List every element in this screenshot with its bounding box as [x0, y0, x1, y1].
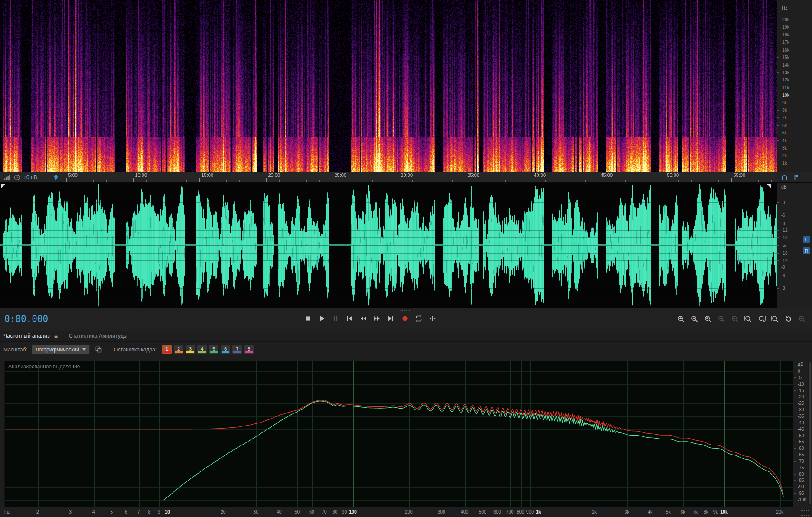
- time-ruler[interactable]: [0, 172, 777, 182]
- decibel-axis-label: -75: [798, 465, 804, 470]
- zoom-in-time-button[interactable]: [676, 314, 686, 324]
- frequency-axis-label: 7: [137, 509, 140, 514]
- fast-forward-button[interactable]: [372, 313, 382, 324]
- rewind-button[interactable]: [358, 313, 368, 324]
- decibel-axis-label: -40: [798, 420, 804, 425]
- move-next-button[interactable]: [386, 313, 396, 324]
- clear-hold-icon[interactable]: [94, 345, 104, 354]
- frequency-plot: [5, 361, 793, 507]
- frequency-tick: [777, 148, 779, 148]
- gain-readout[interactable]: +0 dB: [23, 174, 37, 180]
- frequency-axis-label: 9: [157, 509, 160, 514]
- amplitude-scale: dB -3-3-6-6-9-9-12-12-18-18-∞LR: [777, 183, 812, 308]
- hold-color-strip: [163, 351, 171, 353]
- frequency-tick: [777, 27, 779, 27]
- move-previous-button[interactable]: [344, 313, 355, 324]
- zoom-selection-in-point-button[interactable]: [744, 314, 753, 324]
- channel-l-button[interactable]: L: [803, 236, 810, 243]
- decibel-axis-label: -5: [798, 375, 802, 380]
- amplitude-tick-label: -6: [781, 213, 785, 218]
- waveform-section: dB -3-3-6-6-9-9-12-12-18-18-∞LR: [0, 183, 812, 308]
- hold-button-4[interactable]: 4: [197, 345, 207, 354]
- hold-button-3[interactable]: 3: [185, 345, 196, 354]
- pause-button[interactable]: [330, 313, 341, 324]
- hold-button-5[interactable]: 5: [209, 345, 219, 354]
- tab-label: Статистика Амплитуды: [69, 333, 127, 340]
- level-meter-icon[interactable]: [3, 174, 10, 181]
- frequency-axis-label: 5k: [666, 509, 671, 514]
- hold-button-6[interactable]: 6: [220, 345, 231, 354]
- decibel-axis-tick: [794, 429, 796, 429]
- scale-select-value: Логарифмический: [36, 347, 79, 353]
- frequency-axis-label: 10: [165, 509, 170, 514]
- amplitude-tick: [777, 260, 779, 261]
- marker-pin-icon[interactable]: [792, 173, 800, 181]
- analysis-tabs: Частотный анализ ≡ Статистика Амплитуды: [0, 331, 812, 342]
- decibel-axis-tick: [794, 403, 796, 403]
- panel-menu-icon[interactable]: ≡: [54, 333, 58, 340]
- tab-amplitude-statistics[interactable]: Статистика Амплитуды: [69, 331, 127, 341]
- amplitude-tick: [777, 253, 779, 254]
- hold-button-1[interactable]: 1: [162, 345, 172, 354]
- zoom-out-amplitude-button[interactable]: [730, 314, 740, 324]
- amplitude-tick-label: -12: [781, 228, 787, 233]
- timeline-bar: +0 dB: [0, 172, 812, 183]
- frequency-tick-label: 9k: [782, 100, 787, 105]
- snap-pin-icon[interactable]: [52, 174, 59, 181]
- decibel-axis-tick: [794, 423, 796, 423]
- frame-hold-buttons: 12345678: [162, 345, 254, 354]
- playhead-time-display[interactable]: 0:00.000: [4, 314, 48, 324]
- frequency-tick: [777, 117, 779, 118]
- loop-playback-button[interactable]: [414, 313, 424, 324]
- scrollbar-thumb[interactable]: [809, 362, 811, 504]
- channel-r-button[interactable]: R: [803, 247, 810, 254]
- record-button[interactable]: [400, 313, 410, 324]
- decibel-axis-tick: [794, 390, 796, 391]
- hold-label: Остановка кадра:: [114, 347, 157, 353]
- zoom-full-button[interactable]: [703, 314, 713, 324]
- zoom-out-time-button[interactable]: [690, 314, 699, 324]
- decibel-axis-tick: [794, 468, 796, 468]
- decibel-axis-tick: [794, 493, 796, 494]
- zoom-selection-button[interactable]: [770, 314, 780, 324]
- spectrogram-section: Hz 20k19k18k17k16k15k14k13k12k11k10k9k8k…: [0, 0, 812, 172]
- decibel-axis-label: -20: [798, 394, 804, 399]
- hold-button-7[interactable]: 7: [232, 345, 242, 354]
- waveform-display[interactable]: [0, 183, 777, 308]
- spectrogram-display[interactable]: [0, 0, 777, 172]
- frequency-tick-label: 17k: [782, 39, 789, 45]
- selection-handle-right-icon[interactable]: [766, 184, 771, 189]
- zoom-out-full-button[interactable]: [797, 314, 807, 324]
- reset-zoom-button[interactable]: [784, 314, 793, 324]
- zoom-in-amplitude-button[interactable]: [717, 314, 726, 324]
- frequency-axis-label: 2k: [592, 509, 597, 514]
- decibel-axis-label: -55: [798, 439, 804, 444]
- frequency-axis-label: 40: [277, 509, 282, 514]
- timeline-left-controls: +0 dB: [0, 172, 63, 182]
- tab-frequency-analysis[interactable]: Частотный анализ: [3, 331, 50, 341]
- frequency-tick-label: 2k: [782, 153, 787, 158]
- frequency-axis-label: 200: [405, 509, 413, 514]
- hold-button-2[interactable]: 2: [173, 345, 184, 354]
- hold-button-8[interactable]: 8: [244, 345, 254, 354]
- amplitude-tick-label: -9: [781, 265, 785, 270]
- resize-grip[interactable]: [801, 510, 809, 516]
- amplitude-tick: [777, 267, 779, 267]
- stop-button[interactable]: [303, 313, 313, 324]
- decibel-axis-label: -70: [798, 459, 804, 464]
- frequency-tick-label: 15k: [782, 55, 789, 60]
- skip-selection-button[interactable]: [427, 313, 438, 324]
- clock-icon[interactable]: [13, 174, 20, 181]
- decibel-axis-tick: [794, 455, 796, 455]
- selection-handle-left-icon[interactable]: [1, 184, 6, 189]
- frequency-axis-label: 400: [461, 509, 469, 514]
- amplitude-tick-label: -3: [781, 286, 785, 291]
- zoom-selection-out-point-button[interactable]: [757, 314, 766, 324]
- panel-drag-grip[interactable]: [401, 309, 411, 311]
- headphones-icon[interactable]: [780, 173, 788, 181]
- scale-select[interactable]: Логарифмический: [32, 345, 90, 354]
- audition-editor-window: Hz 20k19k18k17k16k15k14k13k12k11k10k9k8k…: [0, 0, 812, 517]
- decibel-axis-label: -100: [798, 497, 806, 502]
- frequency-axis-label: 900: [526, 509, 534, 514]
- play-button[interactable]: [316, 313, 327, 324]
